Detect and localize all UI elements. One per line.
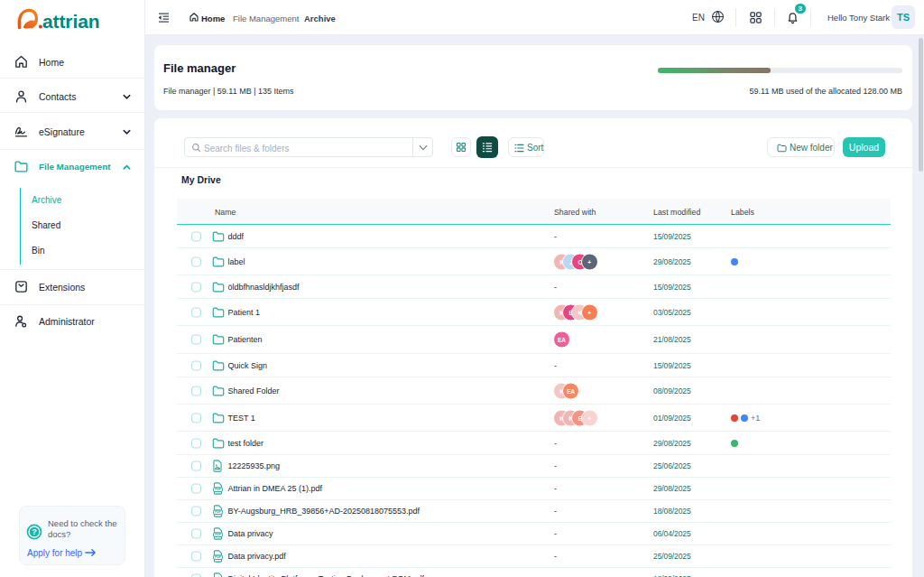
svg-text:PDF: PDF [215, 533, 222, 536]
svg-text:?: ? [32, 527, 37, 536]
svg-text:PDF: PDF [215, 488, 222, 491]
svg-text:PDF: PDF [215, 555, 222, 559]
svg-text:PDF: PDF [215, 510, 222, 514]
